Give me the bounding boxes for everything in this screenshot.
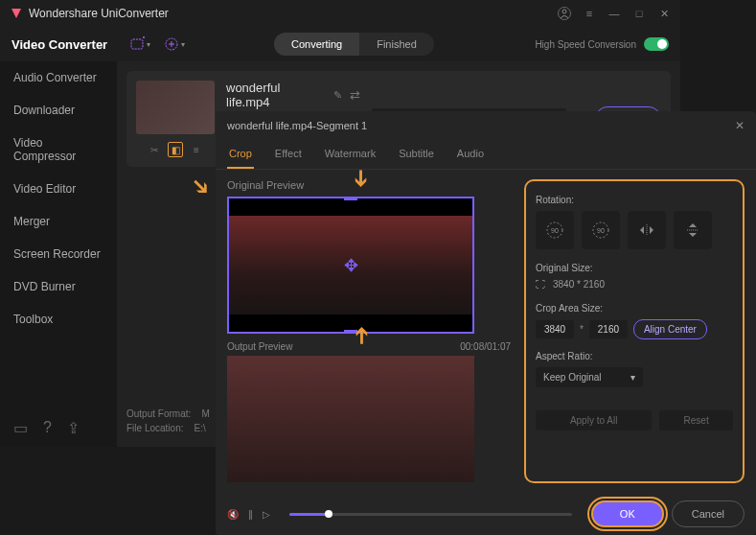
crop-size-label: Crop Area Size:: [536, 303, 733, 314]
seek-slider[interactable]: [289, 513, 572, 516]
share-icon[interactable]: ⇪: [67, 419, 80, 437]
tab-audio[interactable]: Audio: [455, 140, 486, 169]
hsc-label: High Speed Conversion: [535, 39, 636, 50]
reset-button[interactable]: Reset: [659, 410, 733, 430]
sidebar-header[interactable]: Video Converter: [11, 37, 117, 52]
svg-point-0: [562, 10, 566, 13]
sidebar-item-editor[interactable]: Video Editor: [0, 173, 117, 205]
sidebar-item-compressor[interactable]: Video Compressor: [0, 127, 117, 173]
editor-tabs: Crop Effect Watermark Subtitle Audio: [216, 140, 756, 170]
maximize-icon[interactable]: □: [632, 7, 646, 20]
tab-effect[interactable]: Effect: [273, 140, 304, 169]
original-preview[interactable]: ✥: [227, 197, 474, 334]
move-icon[interactable]: ✥: [344, 255, 358, 276]
time-display: 00:08/01:07: [460, 341, 511, 352]
sidebar-item-merger[interactable]: Merger: [0, 205, 117, 238]
app-logo: Wondershare UniConverter: [10, 7, 169, 20]
shuffle-icon[interactable]: ⇄: [350, 88, 360, 103]
svg-text:90: 90: [551, 227, 559, 234]
output-preview: [227, 356, 474, 482]
media-title: wonderful life.mp4: [226, 81, 326, 109]
list-icon[interactable]: ≡: [189, 142, 204, 157]
svg-rect-1: [131, 39, 143, 49]
rotate-ccw-button[interactable]: 90: [536, 211, 574, 249]
status-tabs: Converting Finished: [274, 33, 434, 56]
dialog-close-icon[interactable]: ✕: [735, 119, 745, 132]
ok-button[interactable]: OK: [591, 500, 664, 527]
minimize-icon[interactable]: —: [607, 7, 621, 20]
tab-finished[interactable]: Finished: [359, 33, 434, 56]
flip-vertical-button[interactable]: [674, 211, 712, 249]
tab-converting[interactable]: Converting: [274, 33, 359, 56]
cancel-button[interactable]: Cancel: [672, 500, 745, 527]
dialog-title: wonderful life.mp4-Segment 1: [227, 120, 367, 131]
close-icon[interactable]: ✕: [657, 7, 671, 20]
menu-icon[interactable]: ≡: [583, 7, 596, 20]
help-icon[interactable]: ?: [43, 419, 52, 437]
volume-icon[interactable]: 🔇: [227, 509, 239, 520]
tab-subtitle[interactable]: Subtitle: [397, 140, 436, 169]
align-center-button[interactable]: Align Center: [633, 319, 707, 339]
rotation-label: Rotation:: [536, 195, 733, 205]
original-size-value: 3840 * 2160: [553, 279, 605, 290]
sidebar-item-recorder[interactable]: Screen Recorder: [0, 238, 117, 270]
play-pause-icon[interactable]: ‖: [248, 509, 253, 520]
sidebar-item-dvd[interactable]: DVD Burner: [0, 270, 117, 303]
logo-icon: [10, 7, 23, 20]
output-preview-label: Output Preview: [227, 341, 292, 352]
tab-watermark[interactable]: Watermark: [323, 140, 378, 169]
tutorial-arrow-icon: ➔: [348, 169, 375, 188]
footer-info: Output Format: M File Location: E:\: [126, 408, 210, 437]
trim-icon[interactable]: ✂: [147, 142, 162, 157]
edit-title-icon[interactable]: ✎: [333, 89, 342, 102]
crop-icon[interactable]: ◧: [168, 142, 183, 157]
titlebar: Wondershare UniConverter ≡ — □ ✕: [0, 0, 680, 27]
add-file-icon[interactable]: ▾: [128, 33, 151, 56]
expand-icon: ⛶: [536, 279, 545, 290]
add-folder-icon[interactable]: ▾: [163, 33, 186, 56]
crop-height-input[interactable]: [589, 320, 628, 338]
media-thumbnail[interactable]: [136, 81, 215, 134]
sidebar-item-downloader[interactable]: Downloader: [0, 94, 117, 127]
toolbar: Video Converter ▾ ▾ Converting Finished …: [0, 27, 680, 61]
sidebar: Audio Converter Downloader Video Compres…: [0, 61, 117, 447]
sidebar-item-toolbox[interactable]: Toolbox: [0, 303, 117, 336]
rotate-cw-button[interactable]: 90: [582, 211, 620, 249]
crop-controls-panel: Rotation: 90 90 Original Size: ⛶ 3840 * …: [524, 179, 745, 483]
app-title: Wondershare UniConverter: [29, 7, 169, 20]
apply-to-all-button[interactable]: Apply to All: [536, 410, 652, 430]
crop-width-input[interactable]: [536, 320, 574, 338]
aspect-ratio-select[interactable]: Keep Original ▾: [536, 367, 643, 387]
crop-handle-top[interactable]: [344, 197, 357, 200]
aspect-ratio-label: Aspect Ratio:: [536, 351, 733, 361]
tutorial-arrow-icon: ➔: [348, 326, 375, 345]
editor-dialog: wonderful life.mp4-Segment 1 ✕ Crop Effe…: [216, 111, 756, 535]
next-frame-icon[interactable]: ▷: [263, 509, 270, 520]
chevron-down-icon: ▾: [630, 372, 635, 383]
original-size-label: Original Size:: [536, 263, 733, 273]
flip-horizontal-button[interactable]: [628, 211, 666, 249]
tab-crop[interactable]: Crop: [227, 140, 254, 169]
library-icon[interactable]: ▭: [13, 419, 28, 437]
sidebar-item-audio[interactable]: Audio Converter: [0, 61, 117, 94]
svg-text:90: 90: [597, 227, 605, 234]
account-icon[interactable]: [558, 7, 571, 20]
hsc-toggle[interactable]: [644, 37, 669, 51]
